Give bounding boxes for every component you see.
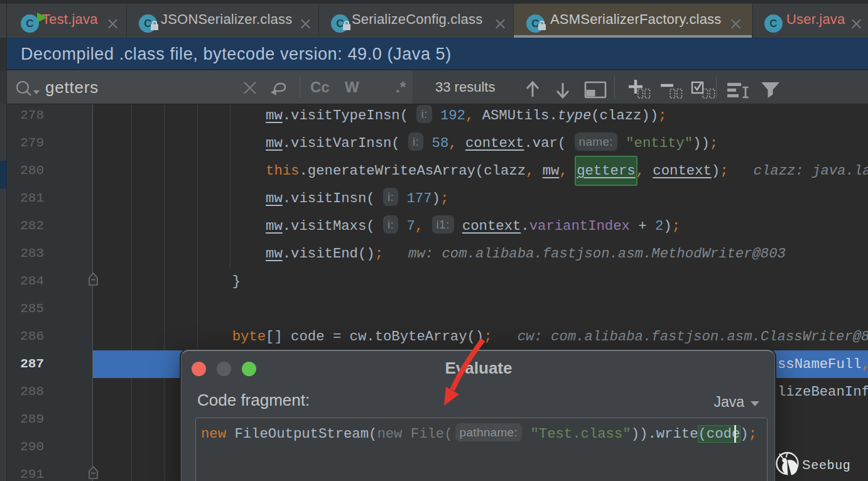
svg-text:Seebug: Seebug bbox=[802, 458, 851, 472]
